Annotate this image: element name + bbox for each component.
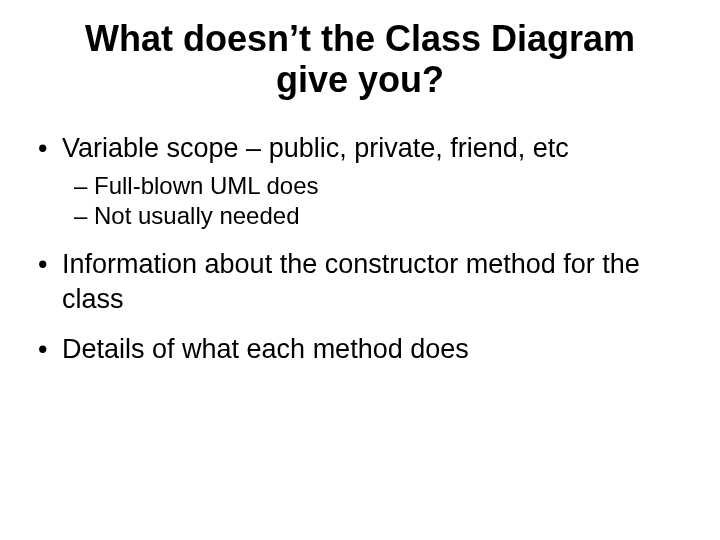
sub-list: Full-blown UML does Not usually needed bbox=[62, 171, 686, 231]
slide-title: What doesn’t the Class Diagram give you? bbox=[34, 18, 686, 101]
bullet-text: Not usually needed bbox=[94, 202, 299, 229]
bullet-text: Information about the constructor method… bbox=[62, 249, 640, 314]
bullet-list: Variable scope – public, private, friend… bbox=[34, 131, 686, 367]
list-item: Details of what each method does bbox=[34, 332, 686, 367]
bullet-text: Variable scope – public, private, friend… bbox=[62, 133, 569, 163]
list-item: Not usually needed bbox=[74, 201, 686, 231]
list-item: Information about the constructor method… bbox=[34, 247, 686, 316]
bullet-text: Full-blown UML does bbox=[94, 172, 319, 199]
bullet-text: Details of what each method does bbox=[62, 334, 469, 364]
list-item: Variable scope – public, private, friend… bbox=[34, 131, 686, 232]
list-item: Full-blown UML does bbox=[74, 171, 686, 201]
